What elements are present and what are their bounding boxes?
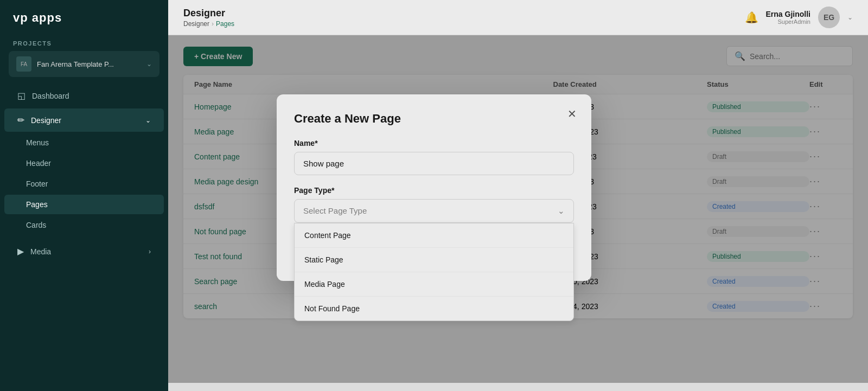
dropdown-trigger[interactable]: Select Page Type ⌄ — [294, 199, 574, 223]
name-label: Name* — [294, 139, 574, 148]
dropdown-placeholder: Select Page Type — [303, 206, 367, 215]
sidebar: vp apps PROJECTS FA Fan Arerna Template … — [0, 0, 168, 391]
user-area: 🔔 Erna Gjinolli SuperAdmin EG ⌄ — [745, 7, 853, 28]
sidebar-item-media[interactable]: ▶ Media › — [4, 240, 164, 263]
breadcrumb-current: Pages — [216, 20, 234, 28]
page-type-label: Page Type* — [294, 186, 574, 195]
breadcrumb: Designer Designer › Pages — [183, 8, 234, 28]
projects-section-title: PROJECTS — [0, 36, 168, 51]
dropdown-options-list: Content Page Static Page Media Page Not … — [295, 223, 573, 321]
user-menu-chevron-icon[interactable]: ⌄ — [847, 14, 853, 21]
breadcrumb-path: Designer › Pages — [183, 20, 234, 28]
media-icon: ▶ — [17, 246, 24, 257]
user-name: Erna Gjinolli — [766, 10, 810, 18]
sidebar-item-pages[interactable]: Pages — [4, 195, 164, 214]
sidebar-item-cards[interactable]: Cards — [4, 215, 164, 235]
sidebar-item-label: Designer — [31, 116, 61, 125]
sidebar-item-label: Dashboard — [32, 92, 69, 100]
sidebar-sub-label: Header — [26, 159, 51, 168]
sidebar-sub-label: Cards — [26, 221, 46, 229]
create-page-modal: Create a New Page ✕ Name* Page Type* Sel… — [277, 94, 591, 281]
logo-text: vp apps — [13, 11, 62, 25]
project-avatar: FA — [16, 56, 31, 72]
breadcrumb-sep: › — [212, 20, 214, 28]
project-chevron-icon: ⌄ — [146, 60, 152, 68]
logo: vp apps — [0, 0, 168, 36]
chevron-down-icon: ⌄ — [558, 206, 565, 216]
sidebar-item-label: Media — [30, 247, 51, 256]
option-static-page[interactable]: Static Page — [295, 248, 573, 272]
topbar: Designer Designer › Pages 🔔 Erna Gjinoll… — [168, 0, 868, 35]
project-selector[interactable]: FA Fan Arerna Template P... ⌄ — [9, 51, 159, 77]
sidebar-sub-label: Pages — [26, 200, 48, 209]
option-media-page[interactable]: Media Page — [295, 272, 573, 297]
designer-icon: ✏ — [17, 115, 24, 125]
project-name: Fan Arerna Template P... — [37, 60, 141, 68]
sidebar-item-menus[interactable]: Menus — [4, 133, 164, 152]
modal-close-button[interactable]: ✕ — [563, 105, 580, 123]
sidebar-item-footer[interactable]: Footer — [4, 174, 164, 194]
modal-title: Create a New Page — [294, 112, 574, 126]
sidebar-sub-label: Menus — [26, 138, 49, 147]
main-content: Designer Designer › Pages 🔔 Erna Gjinoll… — [168, 0, 868, 391]
page-type-dropdown[interactable]: Select Page Type ⌄ Content Page Static P… — [294, 199, 574, 223]
chevron-right-icon: › — [149, 248, 151, 255]
sidebar-item-dashboard[interactable]: ◱ Dashboard — [4, 84, 164, 107]
page-name-input[interactable] — [294, 152, 574, 175]
dashboard-icon: ◱ — [17, 91, 25, 101]
option-content-page[interactable]: Content Page — [295, 223, 573, 248]
sidebar-item-header[interactable]: Header — [4, 153, 164, 173]
option-not-found-page[interactable]: Not Found Page — [295, 297, 573, 321]
sidebar-sub-label: Footer — [26, 180, 48, 188]
page-title: Designer — [183, 8, 234, 19]
notification-bell-icon[interactable]: 🔔 — [745, 11, 758, 24]
user-role: SuperAdmin — [766, 18, 810, 25]
avatar: EG — [818, 7, 840, 28]
sidebar-item-designer[interactable]: ✏ Designer ⌄ — [4, 108, 164, 132]
modal-overlay: Create a New Page ✕ Name* Page Type* Sel… — [168, 35, 868, 383]
dropdown-list: Content Page Static Page Media Page Not … — [294, 223, 574, 321]
content-area: + Create New 🔍 Page Name Date Created St… — [168, 35, 868, 391]
chevron-down-icon: ⌄ — [145, 117, 151, 124]
breadcrumb-designer: Designer — [183, 20, 209, 28]
user-info: Erna Gjinolli SuperAdmin — [766, 10, 810, 25]
